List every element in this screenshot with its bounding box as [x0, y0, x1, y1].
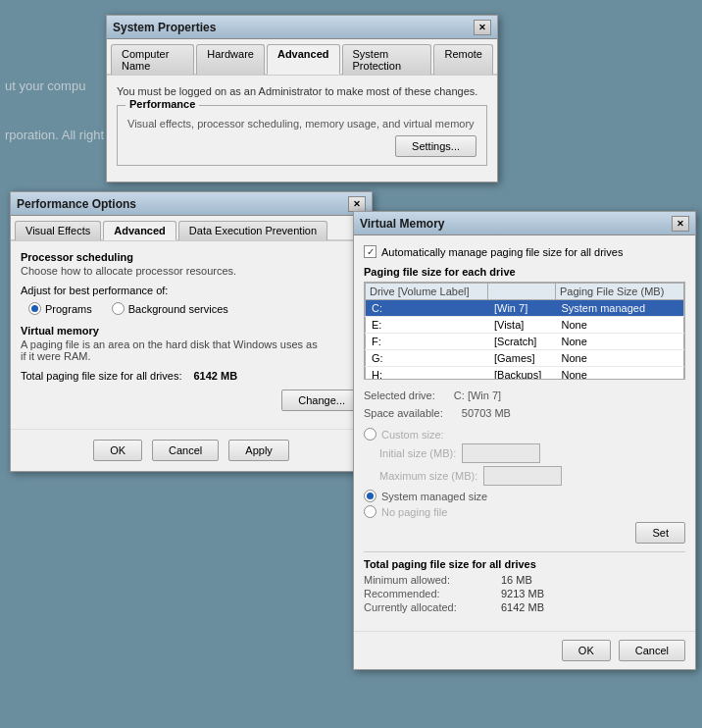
virt-mem-title: Virtual Memory [360, 217, 444, 231]
adjust-label: Adjust for best performance of: [21, 285, 362, 296]
set-btn-row: Set [364, 522, 685, 544]
radio-programs-label: Programs [45, 303, 92, 315]
auto-manage-checkbox[interactable] [364, 245, 376, 258]
drive-table-row[interactable]: G:[Games]None [366, 350, 684, 367]
virt-mem-controls: ✕ [672, 216, 689, 232]
initial-size-label: Initial size (MB): [379, 447, 456, 459]
perf-ok-button[interactable]: OK [93, 440, 142, 461]
bg-text-2: rporation. All right [5, 128, 104, 142]
vm-title: Virtual memory [21, 325, 362, 337]
radio-background-label: Background services [128, 303, 228, 315]
tab-advanced-perf[interactable]: Advanced [103, 221, 176, 240]
processor-section: Processor scheduling Choose how to alloc… [21, 251, 362, 315]
perf-options-content: Processor scheduling Choose how to alloc… [11, 241, 372, 421]
minimum-row: Minimum allowed: 16 MB [364, 574, 685, 586]
system-props-window: System Properties ✕ Computer Name Hardwa… [106, 15, 498, 182]
allocated-label: Currently allocated: [364, 601, 491, 613]
virt-mem-ok-button[interactable]: OK [562, 640, 611, 661]
no-paging-circle [364, 505, 376, 518]
space-available-value: 50703 MB [462, 407, 511, 419]
selected-drive-label: Selected drive: [364, 390, 435, 401]
settings-button[interactable]: Settings... [395, 135, 476, 157]
no-paging-radio[interactable]: No paging file [364, 505, 685, 518]
virt-mem-content: Automatically manage paging file size fo… [354, 235, 695, 625]
system-props-info: You must be logged on as an Administrato… [117, 85, 487, 97]
no-paging-label: No paging file [381, 506, 447, 518]
max-size-label: Maximum size (MB): [379, 470, 477, 482]
tab-advanced[interactable]: Advanced [267, 44, 340, 75]
performance-group-title: Performance [125, 98, 199, 110]
system-props-titlebar: System Properties ✕ [107, 16, 497, 39]
system-managed-circle [364, 490, 376, 502]
vm-total-value: 6142 MB [193, 370, 237, 382]
tab-visual-effects[interactable]: Visual Effects [15, 221, 101, 240]
drive-table-container[interactable]: Drive [Volume Label] Paging File Size (M… [364, 282, 685, 380]
system-props-tabbar: Computer Name Hardware Advanced System P… [107, 39, 497, 76]
perf-cancel-button[interactable]: Cancel [152, 440, 219, 461]
drive-table-row[interactable]: C:[Win 7]System managed [366, 300, 684, 317]
perf-options-controls: ✕ [348, 196, 366, 212]
perf-apply-button[interactable]: Apply [228, 440, 289, 461]
radio-programs-circle [28, 302, 41, 315]
virt-mem-cancel-button[interactable]: Cancel [619, 640, 685, 661]
vm-total-row: Total paging file size for all drives: 6… [21, 370, 362, 382]
processor-desc: Choose how to allocate processor resourc… [21, 265, 362, 277]
custom-size-label: Custom size: [381, 429, 444, 441]
bg-text-1: ut your compu [5, 78, 85, 93]
system-props-close-btn[interactable]: ✕ [474, 20, 491, 35]
radio-programs[interactable]: Programs [28, 302, 92, 315]
max-size-input[interactable] [483, 466, 562, 486]
tab-remote[interactable]: Remote [433, 44, 493, 75]
max-size-row: Maximum size (MB): [379, 466, 685, 486]
minimum-label: Minimum allowed: [364, 574, 491, 586]
col-spacer [488, 284, 555, 300]
selected-info: Selected drive: C: [Win 7] Space availab… [364, 388, 685, 422]
space-available-label: Space available: [364, 407, 443, 419]
minimum-value: 16 MB [501, 574, 532, 586]
settings-btn-row: Settings... [127, 135, 476, 157]
processor-title: Processor scheduling [21, 251, 362, 263]
virtual-memory-section: Virtual memory A paging file is an area … [21, 325, 362, 411]
tab-dep[interactable]: Data Execution Prevention [178, 221, 327, 240]
drive-table: Drive [Volume Label] Paging File Size (M… [365, 283, 684, 380]
radio-background-circle [112, 302, 125, 315]
tab-system-protection[interactable]: System Protection [342, 44, 432, 75]
total-section: Total paging file size for all drives Mi… [364, 551, 685, 613]
allocated-value: 6142 MB [501, 601, 544, 613]
recommended-row: Recommended: 9213 MB [364, 588, 685, 599]
tab-hardware[interactable]: Hardware [196, 44, 265, 75]
perf-options-tabbar: Visual Effects Advanced Data Execution P… [11, 216, 372, 241]
custom-size-radio[interactable]: Custom size: [364, 428, 685, 441]
selected-drive-value: C: [Win 7] [454, 390, 501, 401]
system-managed-label: System managed size [381, 491, 487, 502]
recommended-label: Recommended: [364, 588, 491, 599]
drive-table-row[interactable]: H:[Backups]None [366, 367, 684, 381]
col-drive: Drive [Volume Label] [366, 284, 488, 300]
custom-size-circle [364, 428, 376, 441]
vm-total-label: Total paging file size for all drives: [21, 370, 181, 382]
system-managed-radio[interactable]: System managed size [364, 490, 685, 502]
perf-options-title: Performance Options [17, 197, 136, 211]
drive-table-row[interactable]: F:[Scratch]None [366, 334, 684, 350]
virt-mem-close-btn[interactable]: ✕ [672, 216, 689, 232]
perf-options-close-btn[interactable]: ✕ [348, 196, 366, 212]
perf-options-window: Performance Options ✕ Visual Effects Adv… [10, 191, 373, 472]
col-paging-size: Paging File Size (MB) [555, 284, 683, 300]
initial-size-row: Initial size (MB): [379, 443, 685, 463]
auto-manage-label: Automatically manage paging file size fo… [381, 246, 623, 258]
drive-table-row[interactable]: E:[Vista]None [366, 317, 684, 334]
allocated-row: Currently allocated: 6142 MB [364, 601, 685, 613]
initial-size-input[interactable] [462, 443, 540, 463]
virt-mem-titlebar: Virtual Memory ✕ [354, 212, 695, 235]
perf-options-titlebar: Performance Options ✕ [11, 192, 372, 216]
auto-manage-row: Automatically manage paging file size fo… [364, 245, 685, 258]
radio-background[interactable]: Background services [112, 302, 228, 315]
total-title: Total paging file size for all drives [364, 558, 685, 570]
change-button[interactable]: Change... [281, 390, 362, 411]
performance-desc: Visual effects, processor scheduling, me… [127, 118, 476, 130]
tab-computer-name[interactable]: Computer Name [111, 44, 194, 75]
set-button[interactable]: Set [635, 522, 685, 544]
vm-desc: A paging file is an area on the hard dis… [21, 338, 362, 362]
perf-options-btn-row: OK Cancel Apply [11, 429, 372, 471]
system-props-content: You must be logged on as an Administrato… [107, 76, 497, 182]
